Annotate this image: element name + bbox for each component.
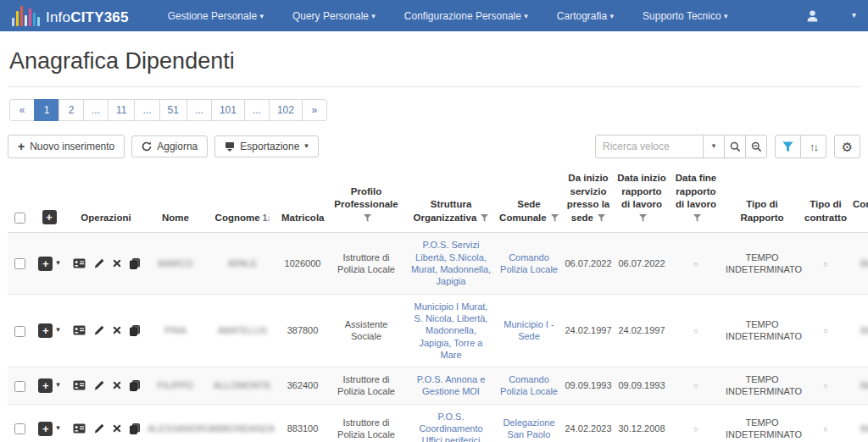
cell-sede: Municipio I - Sede [496, 294, 562, 367]
row-expander-cell: +▾ [31, 294, 67, 367]
column-header-2: Operazioni [67, 167, 145, 233]
id-card-icon[interactable] [73, 258, 86, 268]
edit-icon[interactable] [94, 423, 104, 434]
export-button[interactable]: Esportazione ▾ [214, 135, 319, 157]
filter-icon[interactable] [364, 214, 371, 222]
search-icon[interactable] [724, 135, 746, 158]
column-label: Matricola [281, 213, 325, 223]
cell-profilo: Istruttore di Polizia Locale [326, 404, 406, 442]
user-icon[interactable] [807, 10, 818, 22]
new-record-button[interactable]: + Nuovo inserimento [8, 135, 125, 158]
page-item-1[interactable]: 1 [34, 99, 59, 121]
row-checkbox[interactable] [14, 381, 25, 392]
edit-icon[interactable] [94, 258, 104, 268]
filter-icon[interactable] [775, 135, 801, 158]
sort-arrows-icon[interactable]: ↑↓ [800, 135, 826, 158]
cell-data_fine: ○ [669, 294, 723, 367]
delete-icon[interactable] [113, 424, 121, 433]
delete-icon[interactable] [113, 381, 121, 390]
page-item-x[interactable]: « [9, 99, 35, 121]
cell-tipo_rapporto: TEMPO INDETERMINATO [723, 367, 801, 405]
cell-tipo_contratto: ○ [801, 233, 850, 294]
refresh-button[interactable]: Aggiorna [131, 135, 208, 157]
column-header-3: Nome [145, 167, 206, 233]
filter-icon[interactable] [598, 214, 605, 222]
caret-down-icon[interactable]: ▾ [56, 423, 60, 432]
row-expand-button[interactable]: + [38, 422, 53, 436]
filter-icon[interactable] [551, 214, 559, 222]
menu-supporto-tecnico[interactable]: Supporto Tecnico ▾ [643, 10, 727, 22]
select-all-checkbox[interactable] [14, 213, 25, 224]
page-item-102[interactable]: 102 [269, 99, 303, 121]
row-expand-button[interactable]: + [38, 257, 53, 271]
id-card-icon[interactable] [73, 380, 86, 390]
caret-down-icon[interactable]: ▾ [56, 258, 60, 267]
navbar-caret-down-icon[interactable]: ▾ [852, 10, 856, 19]
row-checkbox[interactable] [14, 258, 25, 269]
row-operations-cell [67, 294, 145, 367]
delete-icon[interactable] [113, 326, 121, 334]
column-label: Profilo Professionale [334, 186, 398, 210]
cell-data_inizio: 24.02.1997 [615, 294, 669, 367]
edit-icon[interactable] [94, 325, 104, 335]
cell-cognome: ABATELLIS [206, 294, 279, 367]
cell-sede: Comando Polizia Locale [496, 233, 562, 294]
page-item-2[interactable]: 2 [58, 99, 84, 121]
cell-data_fine: ○ [669, 404, 723, 442]
main-menu: Gestione Personale ▾ Query Personale ▾ C… [168, 10, 728, 22]
caret-down-icon: ▾ [371, 12, 376, 20]
copy-icon[interactable] [130, 258, 140, 269]
expand-all-button[interactable]: + [42, 210, 57, 224]
column-label: Tipo di Rapporto [740, 199, 783, 223]
row-checkbox[interactable] [14, 423, 25, 434]
filter-icon[interactable] [639, 214, 647, 222]
cell-nome: PINA [145, 294, 206, 367]
page-item-101[interactable]: 101 [211, 99, 245, 121]
caret-down-icon: ▾ [610, 12, 615, 20]
page-item-xxx[interactable]: ... [134, 99, 159, 121]
page-item-x[interactable]: » [302, 99, 327, 121]
brand-logo[interactable]: InfoCITY365 [12, 6, 129, 26]
menu-query-personale[interactable]: Query Personale ▾ [292, 10, 376, 22]
menu-gestione-personale[interactable]: Gestione Personale ▾ [168, 10, 264, 22]
page-item-11[interactable]: 11 [108, 99, 135, 121]
row-operations-cell [67, 367, 145, 405]
gear-icon[interactable]: ⚙ [834, 135, 860, 158]
row-expand-button[interactable]: + [38, 378, 53, 393]
copy-icon[interactable] [130, 423, 140, 434]
city-bars-icon [12, 6, 40, 26]
column-label: Data inizio rapporto di lavoro [617, 173, 666, 209]
column-label: Nome [162, 213, 189, 223]
menu-configurazione-personale[interactable]: Configurazione Personale ▾ [404, 10, 528, 22]
caret-down-icon[interactable]: ▾ [56, 325, 60, 334]
cell-struttura: Municipio I Murat, S. Nicola, Libertà, M… [406, 294, 496, 367]
page-title: Anagrafica Dipendenti [9, 48, 860, 75]
column-header-8: Sede Comunale [496, 167, 562, 233]
filter-icon[interactable] [693, 214, 701, 222]
delete-icon[interactable] [113, 259, 121, 268]
page-item-xxx[interactable]: ... [244, 99, 270, 121]
page-item-xxx[interactable]: ... [186, 99, 212, 121]
copy-icon[interactable] [130, 380, 140, 391]
settings-group: ⚙ [835, 135, 860, 158]
page-item-xxx[interactable]: ... [83, 99, 108, 121]
cell-comune: BARI [850, 294, 868, 367]
edit-icon[interactable] [94, 380, 104, 390]
copy-icon[interactable] [130, 325, 140, 336]
caret-down-icon[interactable]: ▾ [56, 380, 60, 389]
id-card-icon[interactable] [73, 423, 86, 434]
row-expand-button[interactable]: + [38, 323, 53, 338]
menu-cartografia[interactable]: Cartografia ▾ [557, 10, 614, 22]
search-all-icon[interactable] [745, 135, 767, 158]
row-checkbox[interactable] [14, 326, 25, 337]
column-header-9: Da inizio servizio presso la sede [562, 167, 615, 233]
table-row: +▾PINAABATELLIS387800Assistente SocialeM… [8, 294, 868, 367]
page-item-51[interactable]: 51 [159, 99, 187, 121]
column-label: Sede Comunale [499, 199, 547, 223]
sort-icon[interactable]: 1↓ [263, 213, 270, 223]
search-input[interactable] [595, 135, 704, 158]
id-card-icon[interactable] [73, 325, 86, 335]
empty-value-icon: ○ [823, 260, 827, 268]
filter-icon[interactable] [481, 214, 488, 222]
search-options-caret[interactable]: ▾ [703, 135, 725, 158]
